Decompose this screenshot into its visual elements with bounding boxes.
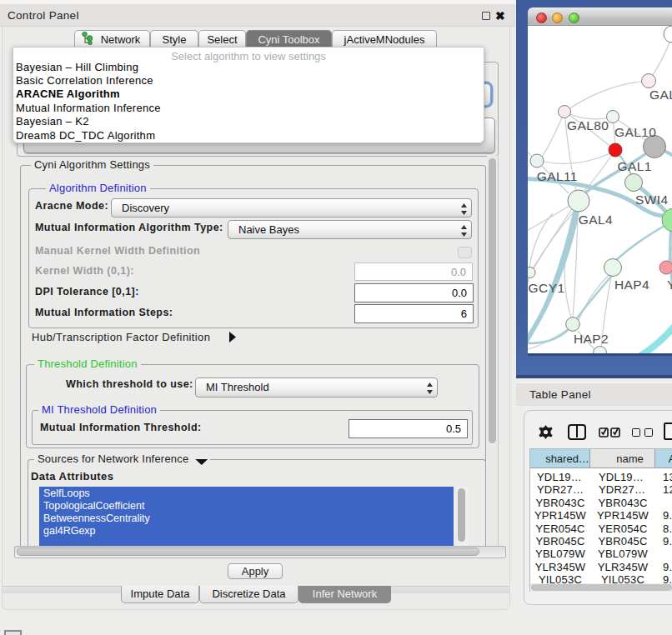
svg-text:SWI4: SWI4 [635, 192, 669, 207]
svg-text:GAL7: GAL7 [649, 88, 672, 102]
svg-text:GAL10: GAL10 [614, 125, 656, 139]
svg-text:GAL11: GAL11 [537, 169, 578, 183]
svg-text:GAL80: GAL80 [567, 118, 609, 132]
svg-text:Y: Y [667, 278, 672, 292]
svg-text:HAP2: HAP2 [574, 332, 609, 346]
svg-text:GAL1: GAL1 [618, 159, 652, 173]
svg-text:GCY1: GCY1 [529, 281, 565, 295]
svg-text:GAL4: GAL4 [579, 212, 613, 227]
svg-text:HAP4: HAP4 [614, 278, 649, 292]
